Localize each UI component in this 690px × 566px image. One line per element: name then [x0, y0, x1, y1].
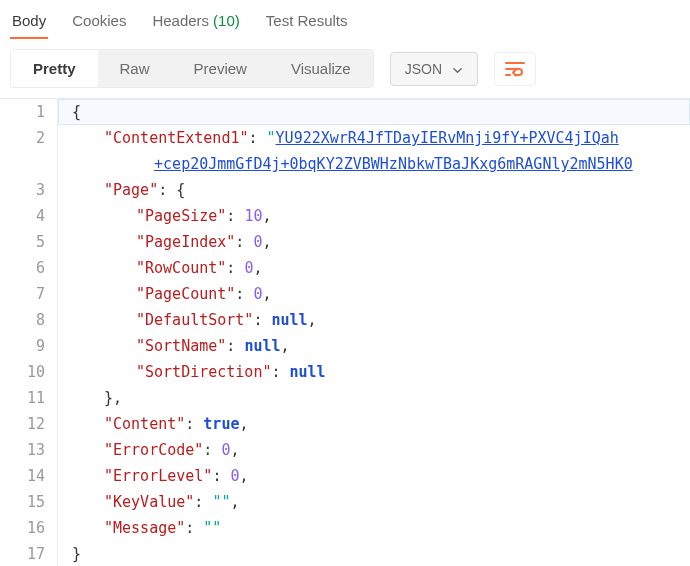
- headers-count: (10): [213, 12, 240, 29]
- line-number: 12: [0, 411, 58, 437]
- code-line: 8 "DefaultSort": null,: [0, 307, 690, 333]
- code-line: 4 "PageSize": 10,: [0, 203, 690, 229]
- line-number: 6: [0, 255, 58, 281]
- line-number: 16: [0, 515, 58, 541]
- code-line: 13 "ErrorCode": 0,: [0, 437, 690, 463]
- tab-body[interactable]: Body: [10, 8, 48, 39]
- view-visualize-button[interactable]: Visualize: [269, 50, 373, 87]
- line-number: 8: [0, 307, 58, 333]
- tab-cookies[interactable]: Cookies: [70, 8, 128, 39]
- code-line: 5 "PageIndex": 0,: [0, 229, 690, 255]
- line-number: 17: [0, 541, 58, 566]
- line-number: 2: [0, 125, 58, 151]
- line-number: 5: [0, 229, 58, 255]
- code-line: +cep20JmmGfD4j+0bqKY2ZVBWHzNbkwTBaJKxg6m…: [0, 151, 690, 177]
- code-line: 11 },: [0, 385, 690, 411]
- line-wrap-button[interactable]: [494, 52, 536, 86]
- content-extend-link[interactable]: +cep20JmmGfD4j+0bqKY2ZVBWHzNbkwTBaJKxg6m…: [154, 155, 633, 173]
- line-number: 9: [0, 333, 58, 359]
- line-wrap-icon: [505, 61, 525, 77]
- line-number: [0, 151, 58, 177]
- code-line: 10 "SortDirection": null: [0, 359, 690, 385]
- view-mode-group: Pretty Raw Preview Visualize: [10, 49, 374, 88]
- line-number: 1: [0, 99, 58, 125]
- line-number: 3: [0, 177, 58, 203]
- line-number: 7: [0, 281, 58, 307]
- view-preview-button[interactable]: Preview: [172, 50, 269, 87]
- tab-headers[interactable]: Headers(10): [150, 8, 241, 39]
- response-toolbar: Pretty Raw Preview Visualize JSON: [0, 39, 690, 98]
- view-raw-button[interactable]: Raw: [98, 50, 172, 87]
- code-line: 9 "SortName": null,: [0, 333, 690, 359]
- code-line: 16 "Message": "": [0, 515, 690, 541]
- code-line: 3 "Page": {: [0, 177, 690, 203]
- line-number: 14: [0, 463, 58, 489]
- line-number: 4: [0, 203, 58, 229]
- code-line: 14 "ErrorLevel": 0,: [0, 463, 690, 489]
- response-tabs: Body Cookies Headers(10) Test Results: [0, 0, 690, 39]
- code-line: 7 "PageCount": 0,: [0, 281, 690, 307]
- chevron-down-icon: [452, 63, 463, 74]
- tab-test-results[interactable]: Test Results: [264, 8, 350, 39]
- line-number: 10: [0, 359, 58, 385]
- line-number: 11: [0, 385, 58, 411]
- code-line: 6 "RowCount": 0,: [0, 255, 690, 281]
- format-dropdown[interactable]: JSON: [390, 52, 478, 86]
- view-pretty-button[interactable]: Pretty: [11, 50, 98, 87]
- code-line: 1 {: [0, 99, 690, 125]
- line-number: 13: [0, 437, 58, 463]
- line-number: 15: [0, 489, 58, 515]
- code-line: 17 }: [0, 541, 690, 566]
- response-body-code[interactable]: 1 { 2 "ContentExtend1": "YU922XwrR4JfTDa…: [0, 98, 690, 566]
- code-line: 2 "ContentExtend1": "YU922XwrR4JfTDayIER…: [0, 125, 690, 151]
- code-line: 15 "KeyValue": "",: [0, 489, 690, 515]
- format-dropdown-label: JSON: [405, 61, 442, 77]
- content-extend-link[interactable]: YU922XwrR4JfTDayIERvMnji9fY+PXVC4jIQah: [276, 129, 619, 147]
- code-line: 12 "Content": true,: [0, 411, 690, 437]
